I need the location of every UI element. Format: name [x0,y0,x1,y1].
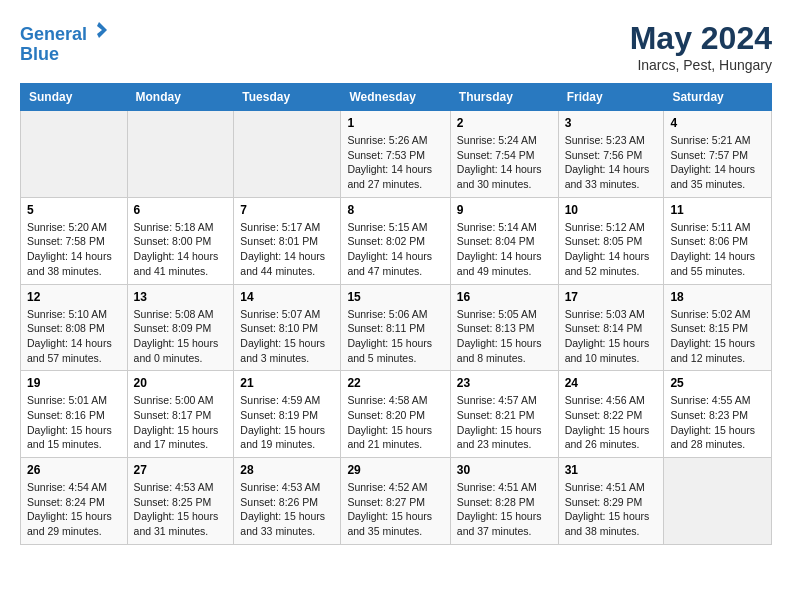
day-number: 15 [347,290,443,304]
day-info: Sunrise: 4:57 AMSunset: 8:21 PMDaylight:… [457,393,552,452]
calendar-cell: 15Sunrise: 5:06 AMSunset: 8:11 PMDayligh… [341,284,450,371]
day-number: 23 [457,376,552,390]
weekday-header-tuesday: Tuesday [234,84,341,111]
day-info: Sunrise: 5:00 AMSunset: 8:17 PMDaylight:… [134,393,228,452]
day-info: Sunrise: 4:51 AMSunset: 8:29 PMDaylight:… [565,480,658,539]
day-number: 8 [347,203,443,217]
day-number: 9 [457,203,552,217]
calendar-cell: 16Sunrise: 5:05 AMSunset: 8:13 PMDayligh… [450,284,558,371]
calendar-cell: 1Sunrise: 5:26 AMSunset: 7:53 PMDaylight… [341,111,450,198]
calendar-cell [21,111,128,198]
day-number: 30 [457,463,552,477]
calendar-week-row: 26Sunrise: 4:54 AMSunset: 8:24 PMDayligh… [21,458,772,545]
day-number: 19 [27,376,121,390]
title-block: May 2024 Inarcs, Pest, Hungary [630,20,772,73]
weekday-header-saturday: Saturday [664,84,772,111]
weekday-header-sunday: Sunday [21,84,128,111]
day-number: 16 [457,290,552,304]
subtitle: Inarcs, Pest, Hungary [630,57,772,73]
day-number: 26 [27,463,121,477]
calendar-cell: 26Sunrise: 4:54 AMSunset: 8:24 PMDayligh… [21,458,128,545]
calendar-cell [664,458,772,545]
day-info: Sunrise: 4:55 AMSunset: 8:23 PMDaylight:… [670,393,765,452]
calendar-cell: 25Sunrise: 4:55 AMSunset: 8:23 PMDayligh… [664,371,772,458]
day-info: Sunrise: 5:11 AMSunset: 8:06 PMDaylight:… [670,220,765,279]
weekday-header-thursday: Thursday [450,84,558,111]
calendar-week-row: 5Sunrise: 5:20 AMSunset: 7:58 PMDaylight… [21,197,772,284]
day-info: Sunrise: 5:02 AMSunset: 8:15 PMDaylight:… [670,307,765,366]
day-number: 4 [670,116,765,130]
calendar-header-row: SundayMondayTuesdayWednesdayThursdayFrid… [21,84,772,111]
weekday-header-friday: Friday [558,84,664,111]
day-number: 24 [565,376,658,390]
day-info: Sunrise: 5:03 AMSunset: 8:14 PMDaylight:… [565,307,658,366]
day-info: Sunrise: 4:54 AMSunset: 8:24 PMDaylight:… [27,480,121,539]
day-info: Sunrise: 5:01 AMSunset: 8:16 PMDaylight:… [27,393,121,452]
calendar-cell: 20Sunrise: 5:00 AMSunset: 8:17 PMDayligh… [127,371,234,458]
logo-blue: Blue [20,44,59,64]
day-number: 22 [347,376,443,390]
day-number: 1 [347,116,443,130]
day-info: Sunrise: 5:18 AMSunset: 8:00 PMDaylight:… [134,220,228,279]
day-info: Sunrise: 4:53 AMSunset: 8:26 PMDaylight:… [240,480,334,539]
logo-general: General [20,24,87,44]
day-info: Sunrise: 5:08 AMSunset: 8:09 PMDaylight:… [134,307,228,366]
calendar-cell: 3Sunrise: 5:23 AMSunset: 7:56 PMDaylight… [558,111,664,198]
calendar-cell [127,111,234,198]
day-info: Sunrise: 5:26 AMSunset: 7:53 PMDaylight:… [347,133,443,192]
calendar-cell: 8Sunrise: 5:15 AMSunset: 8:02 PMDaylight… [341,197,450,284]
calendar-cell: 30Sunrise: 4:51 AMSunset: 8:28 PMDayligh… [450,458,558,545]
day-info: Sunrise: 4:59 AMSunset: 8:19 PMDaylight:… [240,393,334,452]
day-number: 18 [670,290,765,304]
calendar-cell: 24Sunrise: 4:56 AMSunset: 8:22 PMDayligh… [558,371,664,458]
calendar-cell: 13Sunrise: 5:08 AMSunset: 8:09 PMDayligh… [127,284,234,371]
logo-text: General Blue [20,20,109,65]
calendar-cell: 11Sunrise: 5:11 AMSunset: 8:06 PMDayligh… [664,197,772,284]
calendar-cell: 9Sunrise: 5:14 AMSunset: 8:04 PMDaylight… [450,197,558,284]
day-number: 14 [240,290,334,304]
day-info: Sunrise: 5:24 AMSunset: 7:54 PMDaylight:… [457,133,552,192]
day-info: Sunrise: 5:12 AMSunset: 8:05 PMDaylight:… [565,220,658,279]
day-number: 11 [670,203,765,217]
day-number: 31 [565,463,658,477]
day-info: Sunrise: 5:15 AMSunset: 8:02 PMDaylight:… [347,220,443,279]
calendar-cell: 22Sunrise: 4:58 AMSunset: 8:20 PMDayligh… [341,371,450,458]
calendar-cell: 14Sunrise: 5:07 AMSunset: 8:10 PMDayligh… [234,284,341,371]
calendar-cell: 23Sunrise: 4:57 AMSunset: 8:21 PMDayligh… [450,371,558,458]
main-title: May 2024 [630,20,772,57]
page-header: General Blue May 2024 Inarcs, Pest, Hung… [20,20,772,73]
day-number: 5 [27,203,121,217]
calendar-table: SundayMondayTuesdayWednesdayThursdayFrid… [20,83,772,545]
calendar-week-row: 1Sunrise: 5:26 AMSunset: 7:53 PMDaylight… [21,111,772,198]
day-number: 6 [134,203,228,217]
day-info: Sunrise: 5:10 AMSunset: 8:08 PMDaylight:… [27,307,121,366]
day-info: Sunrise: 4:51 AMSunset: 8:28 PMDaylight:… [457,480,552,539]
calendar-week-row: 19Sunrise: 5:01 AMSunset: 8:16 PMDayligh… [21,371,772,458]
day-number: 27 [134,463,228,477]
day-number: 10 [565,203,658,217]
day-info: Sunrise: 4:58 AMSunset: 8:20 PMDaylight:… [347,393,443,452]
day-info: Sunrise: 5:05 AMSunset: 8:13 PMDaylight:… [457,307,552,366]
calendar-cell: 27Sunrise: 4:53 AMSunset: 8:25 PMDayligh… [127,458,234,545]
weekday-header-wednesday: Wednesday [341,84,450,111]
calendar-cell: 29Sunrise: 4:52 AMSunset: 8:27 PMDayligh… [341,458,450,545]
calendar-cell: 28Sunrise: 4:53 AMSunset: 8:26 PMDayligh… [234,458,341,545]
calendar-cell: 18Sunrise: 5:02 AMSunset: 8:15 PMDayligh… [664,284,772,371]
day-number: 2 [457,116,552,130]
day-number: 20 [134,376,228,390]
day-info: Sunrise: 5:07 AMSunset: 8:10 PMDaylight:… [240,307,334,366]
day-number: 17 [565,290,658,304]
day-number: 21 [240,376,334,390]
calendar-cell: 10Sunrise: 5:12 AMSunset: 8:05 PMDayligh… [558,197,664,284]
calendar-cell: 31Sunrise: 4:51 AMSunset: 8:29 PMDayligh… [558,458,664,545]
day-number: 7 [240,203,334,217]
logo: General Blue [20,20,109,65]
day-number: 29 [347,463,443,477]
calendar-cell: 19Sunrise: 5:01 AMSunset: 8:16 PMDayligh… [21,371,128,458]
day-number: 28 [240,463,334,477]
day-info: Sunrise: 5:20 AMSunset: 7:58 PMDaylight:… [27,220,121,279]
day-info: Sunrise: 5:17 AMSunset: 8:01 PMDaylight:… [240,220,334,279]
calendar-cell [234,111,341,198]
calendar-cell: 2Sunrise: 5:24 AMSunset: 7:54 PMDaylight… [450,111,558,198]
day-info: Sunrise: 5:14 AMSunset: 8:04 PMDaylight:… [457,220,552,279]
